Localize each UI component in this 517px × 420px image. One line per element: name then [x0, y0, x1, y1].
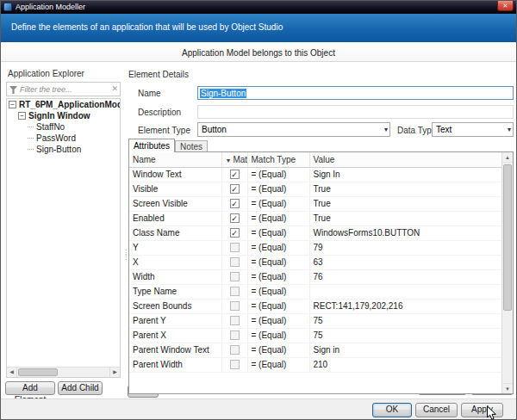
header-name[interactable]: Name — [129, 152, 221, 167]
attribute-row[interactable]: X= (Equal)63 — [129, 255, 502, 269]
attribute-row[interactable]: Y= (Equal)79 — [129, 240, 502, 255]
attribute-row[interactable]: Visible✓= (Equal)True — [129, 182, 502, 196]
match-cell — [221, 240, 247, 255]
match-checkbox[interactable] — [230, 287, 240, 296]
tree-connector — [28, 149, 34, 150]
attribute-row[interactable]: Parent Width= (Equal)210 — [129, 357, 502, 372]
attribute-row[interactable]: Class Name✓= (Equal)WindowsForms10.BUTTO… — [129, 225, 502, 240]
scroll-down-icon[interactable]: ▼ — [502, 383, 513, 393]
match-cell: ✓ — [221, 182, 247, 196]
match-checkbox[interactable] — [230, 301, 240, 311]
data-type-select[interactable]: Text ▾ — [432, 122, 514, 137]
add-element-button[interactable]: Add Element — [5, 381, 55, 395]
tree-item-signin-window[interactable]: −SignIn Window — [7, 110, 120, 121]
match-type: = (Equal) — [247, 284, 309, 299]
banner: Define the elements of an application th… — [1, 14, 516, 42]
tree-item-staffno[interactable]: StaffNo — [7, 121, 120, 133]
attribute-name: Width — [129, 269, 221, 284]
description-input[interactable] — [197, 105, 514, 119]
application-tree[interactable]: −RT_6PM_ApplicationModuler−SignIn Window… — [6, 98, 121, 378]
tree-horizontal-scrollbar[interactable]: ◀ ▶ — [7, 367, 120, 377]
match-type: = (Equal) — [247, 240, 309, 255]
filter-box: ✕ — [6, 82, 121, 96]
scroll-up-icon[interactable]: ▲ — [502, 152, 513, 163]
attribute-row[interactable]: Parent X= (Equal)75 — [129, 328, 502, 343]
scroll-left-icon[interactable]: ◀ — [7, 368, 17, 377]
match-type: = (Equal) — [247, 313, 309, 328]
attribute-value: True — [309, 182, 502, 196]
match-checkbox[interactable] — [230, 316, 240, 325]
attribute-row[interactable]: Parent Window Text= (Equal)Sign in — [129, 343, 502, 357]
chevron-down-icon: ▾ — [508, 123, 511, 136]
match-type: = (Equal) — [247, 299, 309, 313]
attributes-table[interactable]: Name ▼Mat... Match Type Value Window Tex… — [128, 151, 514, 394]
match-checkbox[interactable] — [230, 272, 240, 281]
tab-notes[interactable]: Notes — [175, 140, 208, 152]
app-icon — [3, 3, 12, 11]
attribute-name: Type Name — [129, 284, 221, 299]
attribute-value: WindowsForms10.BUTTON — [309, 225, 502, 240]
attribute-value: Sign in — [309, 343, 502, 357]
attribute-value: True — [309, 196, 502, 211]
match-cell: ✓ — [221, 167, 247, 182]
attribute-row[interactable]: Parent Y= (Equal)75 — [129, 313, 502, 328]
match-checkbox[interactable] — [230, 257, 240, 267]
collapse-icon[interactable]: − — [9, 101, 16, 108]
scrollbar-thumb[interactable] — [18, 368, 58, 376]
tree-item-password[interactable]: PassWord — [7, 133, 120, 144]
filter-input[interactable] — [20, 83, 106, 95]
splitter-handle[interactable]: ⋮⋮ — [122, 250, 126, 269]
match-checkbox[interactable]: ✓ — [230, 199, 240, 208]
attribute-name: Window Text — [129, 167, 221, 182]
attribute-row[interactable]: Screen Visible✓= (Equal)True — [129, 196, 502, 211]
filter-icon: ▼ — [226, 158, 232, 164]
match-checkbox[interactable]: ✓ — [230, 170, 240, 179]
header-match[interactable]: ▼Mat... — [221, 152, 247, 167]
attribute-name: X — [129, 255, 221, 269]
element-type-select[interactable]: Button ▾ — [197, 122, 390, 137]
titlebar[interactable]: Application Modeller ✕ — [1, 1, 516, 14]
tree-item-sign-button[interactable]: Sign-Button — [7, 144, 120, 155]
add-child-button[interactable]: Add Child — [58, 381, 103, 395]
tree-item-label: StaffNo — [36, 122, 65, 132]
attribute-row[interactable]: Enabled✓= (Equal)True — [129, 211, 502, 225]
header-value[interactable]: Value — [309, 152, 502, 167]
header-match-type[interactable]: Match Type — [247, 152, 309, 167]
application-explorer-title: Application Explorer — [8, 69, 84, 78]
close-button[interactable]: ✕ — [497, 1, 514, 11]
attribute-value: 210 — [309, 357, 502, 372]
attribute-row[interactable]: Width= (Equal)76 — [129, 269, 502, 284]
match-checkbox[interactable]: ✓ — [230, 228, 240, 238]
application-modeller-window: Application Modeller ✕ Define the elemen… — [0, 0, 517, 420]
match-checkbox[interactable] — [230, 330, 240, 340]
attribute-row[interactable]: Window Text✓= (Equal)Sign In — [129, 167, 502, 182]
tree-item-rt-6pm-applicationmoduler[interactable]: −RT_6PM_ApplicationModuler — [7, 99, 120, 110]
match-type: = (Equal) — [247, 167, 309, 182]
ok-button[interactable]: OK — [372, 403, 412, 417]
clear-filter-icon[interactable]: ✕ — [111, 84, 118, 93]
attribute-name: Parent X — [129, 328, 221, 343]
match-checkbox[interactable] — [230, 345, 240, 355]
match-checkbox[interactable]: ✓ — [230, 213, 240, 223]
match-cell — [221, 313, 247, 328]
tree-connector — [28, 127, 34, 127]
match-checkbox[interactable] — [230, 243, 240, 252]
collapse-icon[interactable]: − — [18, 112, 26, 120]
filter-icon — [9, 86, 17, 94]
attribute-value: 79 — [309, 240, 502, 255]
scrollbar-thumb[interactable] — [503, 164, 512, 311]
attribute-row[interactable]: Type Name= (Equal) — [129, 284, 502, 299]
tab-attributes[interactable]: Attributes — [128, 139, 175, 152]
vertical-scrollbar[interactable]: ▲ ▼ — [501, 152, 513, 393]
attribute-row[interactable]: Screen Bounds= (Equal)RECT:141,179,202,2… — [129, 299, 502, 313]
scroll-right-icon[interactable]: ▶ — [109, 368, 120, 377]
match-type: = (Equal) — [247, 211, 309, 225]
match-type: = (Equal) — [247, 196, 309, 211]
attribute-value: 75 — [309, 313, 502, 328]
match-checkbox[interactable] — [230, 360, 240, 369]
apply-button[interactable]: Apply — [461, 403, 503, 417]
match-checkbox[interactable]: ✓ — [230, 184, 240, 194]
data-type-value: Text — [436, 125, 452, 134]
name-input[interactable]: Sign-Button — [197, 86, 514, 100]
cancel-button[interactable]: Cancel — [415, 403, 458, 417]
